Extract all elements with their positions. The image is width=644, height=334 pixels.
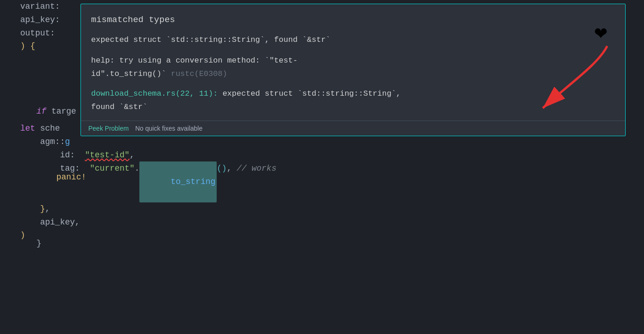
code-line-15: ) xyxy=(17,229,644,242)
tooltip-body: mismatched types expected struct `std::s… xyxy=(81,4,625,121)
tooltip-footer: Peek Problem No quick fixes available xyxy=(81,121,625,136)
bg-code-panic-line: panic! xyxy=(17,158,86,197)
tooltip-help: help: try using a conversion method: `"t… xyxy=(91,54,615,81)
code-line-11: id: "test-id" , xyxy=(17,149,644,162)
tooltip-title: mismatched types xyxy=(91,12,615,27)
tooltip-location: download_schema.rs(22, 11): expected str… xyxy=(91,87,615,114)
code-line-12: tag: "current" . to_string () , // works xyxy=(17,161,644,202)
bg-code-brace-line: } xyxy=(17,224,86,264)
tooltip-expected: expected struct `std::string::String`, f… xyxy=(91,34,615,47)
error-tooltip-panel: mismatched types expected struct `std::s… xyxy=(80,4,626,136)
code-line-13: } , xyxy=(17,202,644,216)
peek-problem-button[interactable]: Peek Problem xyxy=(88,125,129,132)
no-quick-fixes-label: No quick fixes available xyxy=(135,125,202,132)
code-line-14: api_key, xyxy=(17,216,644,229)
code-line-10: agm::g xyxy=(17,135,644,149)
file-link[interactable]: download_schema.rs(22, 11): xyxy=(91,89,218,98)
bg-code-if-line: if targe xyxy=(17,40,86,131)
